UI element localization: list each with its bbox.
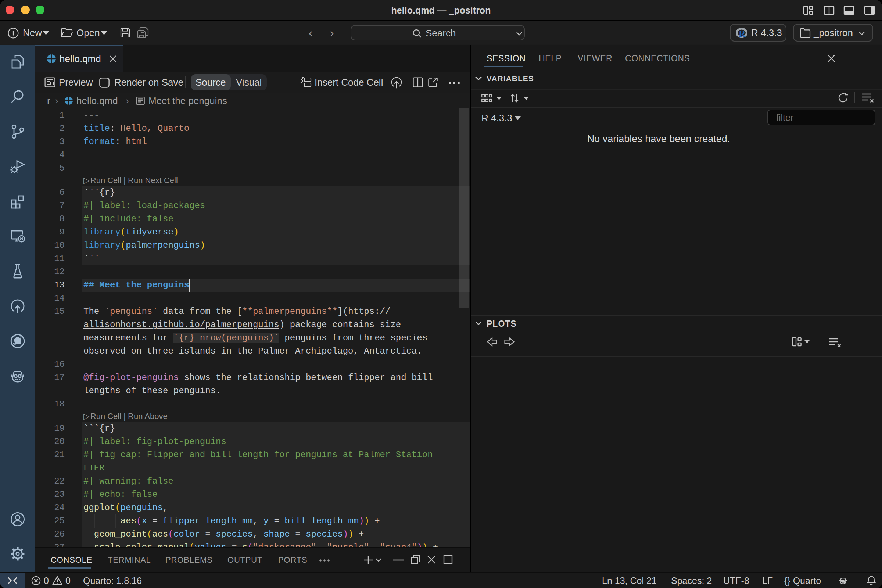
svg-text:R: R bbox=[739, 28, 746, 39]
